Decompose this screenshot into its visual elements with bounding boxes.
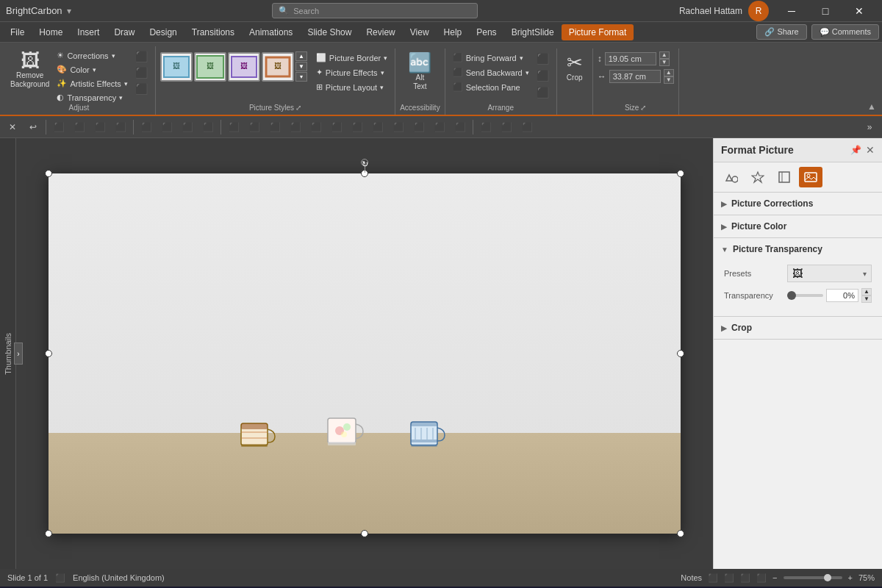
restore-button[interactable]: □ (808, 0, 842, 22)
menu-view[interactable]: View (403, 24, 437, 40)
slide-sorter-btn[interactable]: ⬛ (724, 573, 734, 583)
sec-btn-3[interactable]: ⬛ (90, 118, 110, 136)
height-input[interactable] (605, 52, 656, 65)
sec-btn-19[interactable]: ⬛ (430, 118, 449, 136)
thumbnails-toggle-button[interactable]: › (14, 343, 23, 365)
sec-btn-1[interactable]: ⬛ (49, 118, 68, 136)
sec-btn-22[interactable]: ⬛ (497, 118, 516, 136)
transparency-down-btn[interactable]: ▼ (861, 295, 872, 303)
sec-btn-4[interactable]: ⬛ (111, 118, 130, 136)
sec-btn-17[interactable]: ⬛ (389, 118, 408, 136)
format-tab-size[interactable] (772, 167, 796, 187)
style-scroll-more[interactable]: ▾ (295, 72, 307, 82)
sec-btn-11[interactable]: ⬛ (265, 118, 284, 136)
undo-btn[interactable]: ↩ (24, 118, 43, 136)
format-panel-close[interactable]: ✕ (866, 144, 875, 156)
notes-button[interactable]: Notes (681, 573, 702, 582)
comments-button[interactable]: 💬 Comments (811, 24, 879, 40)
rotate-handle[interactable]: ↻ (361, 159, 368, 166)
artistic-effects-button[interactable]: ✨ Artistic Effects ▾ (54, 77, 130, 90)
collapse-ribbon-button[interactable]: ▲ (864, 98, 879, 115)
user-avatar[interactable]: R (748, 1, 769, 21)
section-crop-header[interactable]: ▶ Crop (714, 317, 882, 339)
width-down-button[interactable]: ▼ (664, 76, 674, 84)
slide-canvas[interactable]: ↻ (49, 173, 681, 534)
section-color-header[interactable]: ▶ Picture Color (714, 215, 882, 237)
normal-view-btn[interactable]: ⬛ (708, 573, 718, 583)
remove-background-button[interactable]: 🖼 RemoveBackground (7, 49, 52, 90)
menu-picture-format[interactable]: Picture Format (562, 24, 634, 40)
zoom-level[interactable]: 75% (858, 573, 875, 582)
reading-view-btn[interactable]: ⬛ (740, 573, 750, 583)
menu-file[interactable]: File (3, 24, 32, 40)
picture-layout-button[interactable]: ⊞ Picture Layout ▾ (313, 81, 390, 93)
rotate-button[interactable]: ⬛ (534, 85, 552, 100)
menu-insert[interactable]: Insert (70, 24, 107, 40)
format-tab-effects-panel[interactable] (746, 167, 770, 187)
sec-btn-20[interactable]: ⬛ (451, 118, 470, 136)
presenter-btn[interactable]: ⬛ (756, 573, 767, 583)
width-up-button[interactable]: ▲ (664, 69, 674, 76)
zoom-slider[interactable] (784, 576, 842, 579)
style-thumb-1[interactable]: 🖼 (160, 52, 193, 82)
height-down-button[interactable]: ▼ (659, 59, 670, 66)
sec-btn-10[interactable]: ⬛ (245, 118, 264, 136)
transparency-button[interactable]: ◐ Transparency ▾ (54, 91, 130, 104)
sec-btn-12[interactable]: ⬛ (286, 118, 305, 136)
picture-border-button[interactable]: ⬜ Picture Border ▾ (313, 51, 390, 64)
menu-help[interactable]: Help (437, 24, 470, 40)
send-backward-button[interactable]: ⬛ Send Backward ▾ (450, 66, 532, 79)
sec-btn-15[interactable]: ⬛ (348, 118, 367, 136)
bring-forward-button[interactable]: ⬛ Bring Forward ▾ (450, 51, 532, 64)
menu-slideshow[interactable]: Slide Show (300, 24, 359, 40)
color-button[interactable]: 🎨 Color ▾ (54, 63, 130, 76)
menu-design[interactable]: Design (142, 24, 184, 40)
sec-btn-13[interactable]: ⬛ (306, 118, 326, 136)
sec-btn-18[interactable]: ⬛ (409, 118, 429, 136)
transparency-slider[interactable] (787, 294, 823, 297)
sec-btn-16[interactable]: ⬛ (368, 118, 387, 136)
sec-btn-5[interactable]: ⬛ (137, 118, 156, 136)
sec-btn-7[interactable]: ⬛ (178, 118, 197, 136)
share-button[interactable]: 🔗 Share (756, 24, 806, 40)
close-button[interactable]: ✕ (842, 0, 876, 22)
slide-panel-icon[interactable]: ⬛ (55, 573, 65, 583)
height-up-button[interactable]: ▲ (659, 51, 670, 59)
selection-pane-button[interactable]: ⬛ Selection Pane (450, 81, 532, 93)
compress-button[interactable]: ⬛ (132, 49, 151, 64)
change-picture-button[interactable]: ⬛ (132, 65, 151, 80)
menu-pens[interactable]: Pens (469, 24, 503, 40)
style-scroll-down[interactable]: ▼ (295, 62, 307, 71)
menu-animations[interactable]: Animations (242, 24, 300, 40)
format-tab-fill[interactable] (720, 167, 743, 187)
style-thumb-3[interactable]: 🖼 (228, 52, 260, 82)
group-button[interactable]: ⬛ (534, 68, 552, 83)
size-expand-icon[interactable]: ⤢ (640, 104, 646, 112)
width-input[interactable] (609, 70, 661, 83)
menu-home[interactable]: Home (32, 24, 70, 40)
reset-button[interactable]: ⬛ (132, 82, 151, 96)
minimize-button[interactable]: ─ (775, 0, 808, 22)
align-button[interactable]: ⬛ (534, 51, 552, 66)
style-thumb-4[interactable]: 🖼 (262, 52, 294, 82)
more-sec-btn[interactable]: » (860, 118, 879, 136)
thumbnails-label[interactable]: Thumbnails (4, 333, 12, 375)
styles-expand-icon[interactable]: ⤢ (295, 104, 301, 112)
close-sec-btn[interactable]: ✕ (3, 118, 22, 136)
transparency-up-btn[interactable]: ▲ (861, 288, 872, 295)
menu-transitions[interactable]: Transitions (184, 24, 242, 40)
zoom-in-btn[interactable]: + (848, 573, 853, 582)
sec-btn-2[interactable]: ⬛ (70, 118, 89, 136)
corrections-button[interactable]: ☀ Corrections ▾ (54, 49, 130, 62)
zoom-out-btn[interactable]: − (772, 573, 777, 582)
sec-btn-14[interactable]: ⬛ (327, 118, 346, 136)
menu-draw[interactable]: Draw (107, 24, 142, 40)
sec-btn-6[interactable]: ⬛ (157, 118, 176, 136)
picture-effects-button[interactable]: ✦ Picture Effects ▾ (313, 66, 390, 79)
format-panel-pin[interactable]: 📌 (850, 145, 861, 155)
presets-dropdown[interactable]: 🖼 ▾ (787, 265, 872, 282)
alt-text-button[interactable]: 🔤 AltText (405, 51, 434, 93)
style-thumb-2[interactable]: 🖼 (194, 52, 226, 82)
menu-brightslide[interactable]: BrightSlide (504, 24, 562, 40)
section-corrections-header[interactable]: ▶ Picture Corrections (714, 193, 882, 215)
